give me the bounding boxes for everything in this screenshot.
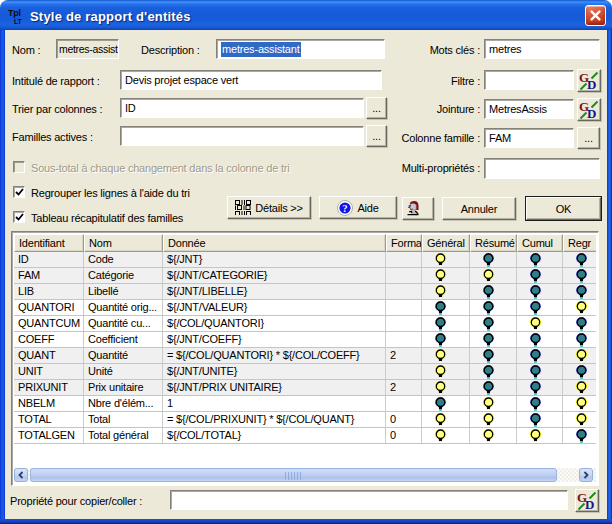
table-row-quantcum[interactable]: QUANTCUMQuantité cu...${/COL/QUANTORI} [14, 316, 596, 332]
table-row-id[interactable]: IDCode${/JNT} [14, 252, 596, 268]
lightbulb-off-icon[interactable] [434, 397, 447, 411]
lightbulb-on-icon[interactable] [529, 317, 542, 331]
cell-nom: Quantité [84, 348, 163, 363]
lightbulb-off-icon[interactable] [434, 301, 447, 315]
lightbulb-off-icon[interactable] [575, 365, 588, 379]
lightbulb-off-icon[interactable] [482, 365, 495, 379]
lightbulb-off-icon[interactable] [434, 317, 447, 331]
assistant-button[interactable] [402, 197, 434, 220]
lightbulb-on-icon[interactable] [434, 269, 447, 283]
lightbulb-off-icon[interactable] [529, 285, 542, 299]
column-header-donnée[interactable]: Donnée [163, 234, 386, 252]
lightbulb-off-icon[interactable] [575, 333, 588, 347]
lightbulb-on-icon[interactable] [482, 397, 495, 411]
table-row-unit[interactable]: UNITUnité${/JNT/UNITE} [14, 364, 596, 380]
copier-coller-gd-button[interactable]: G D [575, 489, 599, 512]
lightbulb-on-icon[interactable] [434, 253, 447, 267]
table-row-quantori[interactable]: QUANTORIQuantité orig...${/JNT/VALEUR} [14, 300, 596, 316]
lightbulb-on-icon[interactable] [434, 349, 447, 363]
multi-proprietes-field[interactable] [484, 158, 600, 179]
lightbulb-off-icon[interactable] [529, 301, 542, 315]
mots-cles-field[interactable]: metres [484, 39, 600, 59]
table-row-total[interactable]: TOTALTotal= ${/COL/PRIXUNIT} * ${/COL/QU… [14, 412, 596, 428]
table-row-fam[interactable]: FAMCatégorie${/JNT/CATEGORIE} [14, 268, 596, 284]
lightbulb-off-icon[interactable] [482, 301, 495, 315]
aide-button[interactable]: ? Aide [319, 196, 397, 219]
horizontal-scrollbar[interactable] [14, 468, 596, 482]
lightbulb-off-icon[interactable] [529, 365, 542, 379]
nom-field[interactable]: metres-assist [56, 39, 119, 59]
scroll-left-button[interactable] [14, 468, 28, 482]
ok-button[interactable]: OK [526, 197, 601, 220]
column-header-regr[interactable]: Regr [563, 234, 596, 252]
lightbulb-on-icon[interactable] [529, 429, 542, 443]
column-header-forma[interactable]: Forma [386, 234, 422, 252]
lightbulb-off-icon[interactable] [575, 285, 588, 299]
lightbulb-on-icon[interactable] [575, 349, 588, 363]
lightbulb-on-icon[interactable] [434, 381, 447, 395]
lightbulb-on-icon[interactable] [575, 397, 588, 411]
lightbulb-off-icon[interactable] [482, 317, 495, 331]
scroll-right-button[interactable] [579, 468, 593, 482]
lightbulb-on-icon[interactable] [575, 413, 588, 427]
lightbulb-off-icon[interactable] [482, 253, 495, 267]
filtre-gd-button[interactable]: G D [577, 69, 601, 92]
description-field[interactable]: metres-assistant [216, 39, 385, 59]
lightbulb-off-icon[interactable] [575, 317, 588, 331]
jointure-gd-button[interactable]: G D [577, 98, 601, 121]
tableau-checkbox[interactable] [13, 211, 25, 223]
column-header-nom[interactable]: Nom [84, 234, 163, 252]
copier-coller-field[interactable] [170, 490, 568, 510]
trier-field[interactable]: ID [120, 98, 364, 118]
lightbulb-on-icon[interactable] [482, 429, 495, 443]
regrouper-checkbox[interactable] [13, 186, 25, 198]
lightbulb-off-icon[interactable] [575, 253, 588, 267]
titlebar[interactable]: Tpl LT Style de rapport d'entités [0, 0, 612, 30]
table-row-coeff[interactable]: COEFFCoefficient${/JNT/COEFF} [14, 332, 596, 348]
lightbulb-off-icon[interactable] [529, 253, 542, 267]
column-header-résumé[interactable]: Résumé [470, 234, 517, 252]
lightbulb-off-icon[interactable] [529, 269, 542, 283]
cell-identifiant: TOTAL [14, 412, 84, 427]
details-button[interactable]: Détails >> [227, 196, 311, 219]
lightbulb-on-icon[interactable] [434, 365, 447, 379]
colonne-famille-browse-button[interactable]: ... [577, 127, 600, 149]
column-header-général[interactable]: Général [422, 234, 470, 252]
lightbulb-off-icon[interactable] [434, 333, 447, 347]
table-row-lib[interactable]: LIBLibellé${/JNT/LIBELLE} [14, 284, 596, 300]
lightbulb-off-icon[interactable] [529, 381, 542, 395]
lightbulb-on-icon[interactable] [434, 285, 447, 299]
lightbulb-on-icon[interactable] [434, 429, 447, 443]
lightbulb-on-icon[interactable] [482, 269, 495, 283]
scrollbar-thumb[interactable] [30, 468, 557, 482]
filtre-field[interactable] [484, 70, 574, 90]
table-row-prixunit[interactable]: PRIXUNITPrix unitaire${/JNT/PRIX UNITAIR… [14, 380, 596, 396]
close-button[interactable] [585, 5, 606, 26]
lightbulb-off-icon[interactable] [482, 349, 495, 363]
column-header-identifiant[interactable]: Identifiant [14, 234, 84, 252]
lightbulb-off-icon[interactable] [529, 397, 542, 411]
table-row-nbelm[interactable]: NBELMNbre d'élém...1 [14, 396, 596, 412]
lightbulb-off-icon[interactable] [482, 333, 495, 347]
lightbulb-off-icon[interactable] [529, 333, 542, 347]
jointure-field[interactable]: MetresAssis [484, 99, 574, 119]
cell-général [422, 412, 470, 427]
table-row-totalgen[interactable]: TOTALGENTotal général${/COL/TOTAL}0 [14, 428, 596, 444]
annuler-button[interactable]: Annuler [442, 197, 516, 220]
lightbulb-off-icon[interactable] [482, 285, 495, 299]
lightbulb-on-icon[interactable] [434, 413, 447, 427]
lightbulb-off-icon[interactable] [575, 429, 588, 443]
column-header-cumul[interactable]: Cumul [517, 234, 563, 252]
familles-actives-field[interactable] [120, 126, 364, 146]
intitule-field[interactable]: Devis projet espace vert [120, 70, 382, 90]
lightbulb-on-icon[interactable] [482, 413, 495, 427]
lightbulb-off-icon[interactable] [529, 349, 542, 363]
lightbulb-off-icon[interactable] [529, 413, 542, 427]
lightbulb-off-icon[interactable] [482, 381, 495, 395]
colonne-famille-field[interactable]: FAM [484, 128, 574, 148]
soustotal-checkbox[interactable] [13, 161, 25, 173]
lightbulb-on-icon[interactable] [575, 381, 588, 395]
lightbulb-off-icon[interactable] [575, 269, 588, 283]
table-row-quant[interactable]: QUANTQuantité= ${/COL/QUANTORI} * ${/COL… [14, 348, 596, 364]
lightbulb-on-icon[interactable] [575, 301, 588, 315]
